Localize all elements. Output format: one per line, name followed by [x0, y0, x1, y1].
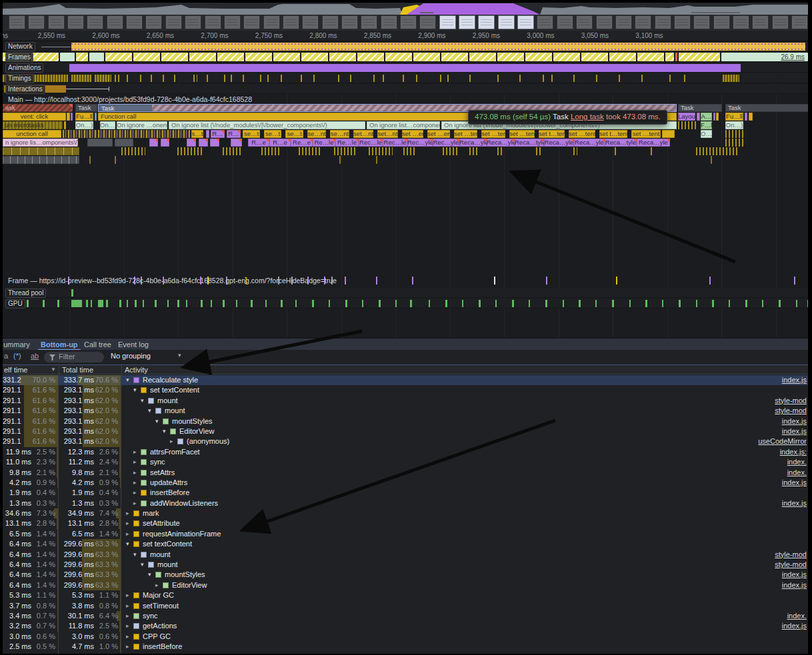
flame-task[interactable]: Task: [678, 104, 722, 112]
column-total-time[interactable]: Total time: [62, 365, 93, 374]
flame-set-tent[interactable]: set …tent: [509, 130, 535, 138]
expand-arrow-icon[interactable]: ▸: [133, 478, 141, 488]
filmstrip-thumbnail[interactable]: [9, 15, 25, 29]
flame-block[interactable]: [497, 147, 504, 155]
gpu-activity-tick[interactable]: [186, 300, 187, 307]
flame-block[interactable]: [469, 147, 477, 155]
gpu-activity-tick[interactable]: [251, 300, 253, 307]
timing-marker[interactable]: [497, 75, 499, 82]
filmstrip-thumbnail[interactable]: [87, 15, 103, 29]
flame-ask[interactable]: ask: [3, 104, 73, 112]
filmstrip-thumbnail[interactable]: [674, 15, 691, 29]
flame-layout[interactable]: Layout: [678, 113, 695, 121]
expand-arrow-icon[interactable]: ▸: [126, 621, 133, 631]
flame-on-[interactable]: On…): [100, 121, 115, 129]
tooltip-long-task-link[interactable]: Long task: [571, 113, 604, 121]
filmstrip-thumbnail[interactable]: [791, 15, 808, 29]
flame-block[interactable]: [615, 147, 618, 155]
frame-partial[interactable]: [245, 53, 272, 61]
flame-task[interactable]: Task: [75, 104, 97, 112]
table-row-mount[interactable]: 6.4 ms1.4 %299.6 ms63.3 %▾mountstyle-mod: [3, 550, 808, 560]
filmstrip-thumbnail[interactable]: [263, 15, 280, 29]
track-network-label[interactable]: Network: [5, 42, 35, 51]
timing-marker[interactable]: [115, 75, 120, 82]
gpu-activity-tick[interactable]: [712, 300, 714, 307]
frame-partial[interactable]: [31, 53, 59, 61]
frame-partial[interactable]: [441, 53, 468, 61]
flame-block[interactable]: [443, 147, 457, 155]
flame-block[interactable]: [177, 147, 203, 155]
flame-set-nt[interactable]: set…nt: [377, 130, 398, 138]
flame-r-e[interactable]: R…e: [248, 139, 269, 147]
flame-block[interactable]: [716, 113, 719, 121]
gpu-activity-tick[interactable]: [57, 300, 59, 307]
timing-marker[interactable]: [281, 75, 284, 82]
flame-reca-tyle[interactable]: Reca…tyle: [605, 139, 637, 147]
flame-reca-yle[interactable]: Reca…yle: [574, 139, 605, 147]
timing-marker[interactable]: [543, 75, 545, 82]
timing-marker[interactable]: [519, 75, 523, 82]
flame-block[interactable]: [536, 147, 541, 155]
gpu-activity-tick[interactable]: [379, 300, 381, 307]
flame-block[interactable]: [725, 139, 743, 147]
flame-on-ignore-list-components-[interactable]: On ignore list…components\/): [367, 121, 440, 129]
flame-reca-yle[interactable]: Reca…yle: [487, 139, 515, 147]
flame-rec-le[interactable]: Rec…le: [383, 139, 407, 147]
timing-marker[interactable]: [140, 75, 143, 82]
filmstrip-thumbnail[interactable]: [635, 15, 651, 29]
flame-on-ignore-list-node-modules-bower-components-[interactable]: On ignore list (\/node_modules\/|\/bower…: [169, 121, 365, 129]
table-row-attrsfromfacet[interactable]: 11.9 ms2.5 %12.3 ms2.6 %▸attrsFromFaceti…: [3, 447, 808, 457]
timing-marker[interactable]: [231, 75, 233, 82]
frame-partial[interactable]: [105, 53, 132, 61]
source-link[interactable]: style-mod: [775, 560, 807, 568]
track-interactions[interactable]: Interactions: [3, 84, 808, 94]
expand-arrow-icon[interactable]: ▸: [126, 590, 133, 600]
frame-event-tick[interactable]: [546, 277, 547, 285]
frame-event-tick[interactable]: [412, 277, 413, 285]
gpu-activity-tick[interactable]: [362, 300, 363, 307]
flame-block[interactable]: [651, 147, 653, 155]
timing-marker[interactable]: [373, 75, 375, 82]
gpu-activity-tick[interactable]: [629, 300, 631, 307]
flame-o-[interactable]: O…: [701, 130, 712, 138]
timing-marker[interactable]: [684, 75, 686, 82]
filmstrip-thumbnail[interactable]: [28, 15, 45, 29]
match-case-icon[interactable]: a: [4, 352, 8, 360]
flame-block[interactable]: [98, 130, 190, 138]
gpu-activity-tick[interactable]: [27, 300, 29, 307]
track-thread-pool-label[interactable]: Thread pool: [5, 289, 46, 298]
filmstrip-thumbnail[interactable]: [439, 15, 456, 29]
track-network[interactable]: Network: [3, 41, 808, 51]
flame-block[interactable]: [95, 113, 97, 121]
frame-partial[interactable]: [413, 53, 440, 61]
flame-se-t[interactable]: se…t: [264, 130, 281, 138]
gpu-activity-tick[interactable]: [98, 300, 103, 307]
collapse-arrow-icon[interactable]: ▾: [126, 375, 133, 385]
tab-ummary[interactable]: ummary: [3, 338, 30, 350]
gpu-activity-tick[interactable]: [612, 300, 614, 307]
timing-marker[interactable]: [207, 75, 210, 82]
gpu-activity-tick[interactable]: [86, 300, 88, 307]
flame-rec-le[interactable]: Rec…le: [359, 139, 383, 147]
gpu-activity-tick[interactable]: [106, 300, 108, 307]
flame-block[interactable]: [161, 139, 169, 147]
filmstrip-thumbnail[interactable]: [381, 15, 397, 29]
collapse-arrow-icon[interactable]: ▾: [133, 550, 141, 560]
flame-rec-yle[interactable]: Rec…yle: [407, 139, 433, 147]
flame-se-t[interactable]: se…t: [243, 130, 260, 138]
flame-vent-click[interactable]: vent: click: [3, 113, 66, 121]
frame-partial[interactable]: [553, 53, 580, 61]
flame-block[interactable]: [403, 147, 417, 155]
flame-reca-yle[interactable]: Reca…yle: [637, 139, 670, 147]
filmstrip-thumbnail[interactable]: [126, 15, 143, 29]
table-row-cpp-gc[interactable]: 3.0 ms0.6 %3.0 ms0.6 %▸CPP GC: [3, 632, 808, 642]
filmstrip-thumbnail[interactable]: [400, 15, 417, 29]
timing-marker[interactable]: [174, 75, 176, 82]
table-row-editorview[interactable]: 291.1 ms61.6 %293.1 ms62.0 %▾EditorViewi…: [3, 426, 808, 436]
flame-block[interactable]: [71, 113, 73, 121]
track-frames[interactable]: Frames 26.9 ms: [3, 52, 808, 62]
flame-block[interactable]: [67, 113, 70, 121]
filmstrip-thumbnail[interactable]: [772, 15, 789, 29]
timing-marker[interactable]: [619, 75, 622, 82]
filmstrip-thumbnail[interactable]: [576, 15, 593, 29]
